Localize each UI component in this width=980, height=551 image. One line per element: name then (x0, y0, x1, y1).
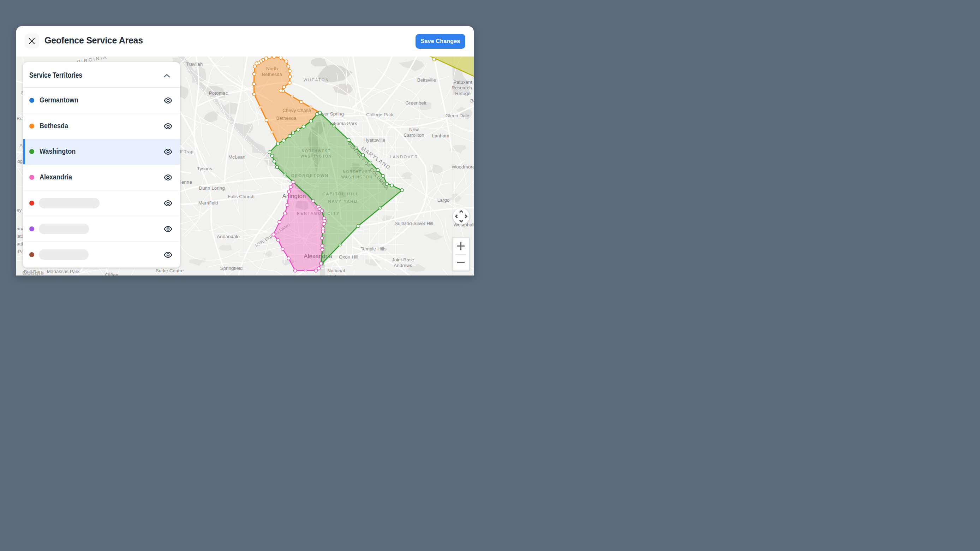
svg-text:Clifton: Clifton (105, 272, 118, 276)
svg-text:Springfield: Springfield (220, 266, 243, 271)
svg-text:College Park: College Park (366, 112, 394, 117)
svg-text:Oxon Hill: Oxon Hill (339, 254, 358, 260)
svg-text:Annandale: Annandale (217, 234, 240, 239)
svg-text:Lanham: Lanham (432, 133, 449, 139)
svg-text:Andrews: Andrews (394, 263, 412, 268)
svg-text:Travilah: Travilah (186, 62, 203, 67)
svg-text:Refuge: Refuge (455, 91, 471, 96)
svg-text:Burke Centre: Burke Centre (156, 268, 184, 273)
svg-text:Joint Base: Joint Base (392, 257, 414, 263)
svg-text:Woodmore: Woodmore (452, 164, 474, 170)
svg-text:lati: lati (17, 234, 22, 239)
svg-text:McLean: McLean (228, 154, 245, 160)
svg-text:Suitland-Silver Hill: Suitland-Silver Hill (395, 221, 434, 226)
svg-text:National: National (327, 268, 345, 273)
svg-text:Merrifield: Merrifield (199, 200, 218, 205)
svg-text:Falls Church: Falls Church (228, 194, 255, 199)
svg-text:Beltsville: Beltsville (417, 77, 436, 83)
svg-text:Dunn Loring: Dunn Loring (199, 185, 225, 191)
svg-text:Glenn Dale: Glenn Dale (445, 113, 469, 118)
svg-text:Largo: Largo (438, 197, 450, 203)
svg-text:Bo: Bo (470, 98, 474, 104)
svg-text:LANDOVER: LANDOVER (390, 155, 418, 159)
svg-text:WHEATON: WHEATON (304, 78, 329, 82)
svg-text:Hyattsville: Hyattsville (364, 137, 385, 143)
svg-text:New: New (409, 127, 419, 132)
svg-text:Patuxent: Patuxent (453, 80, 473, 85)
svg-text:Temple Hills: Temple Hills (361, 246, 387, 252)
svg-text:Harbor: Harbor (327, 274, 342, 276)
svg-text:Greenbelt: Greenbelt (405, 100, 426, 106)
svg-text:Research: Research (452, 85, 472, 91)
svg-text:Carrollton: Carrollton (404, 132, 424, 138)
svg-text:attl: attl (17, 241, 23, 247)
svg-text:Potomac: Potomac (209, 91, 228, 96)
svg-text:Manassas Park: Manassas Park (46, 269, 80, 274)
svg-text:Tysons: Tysons (197, 166, 212, 171)
